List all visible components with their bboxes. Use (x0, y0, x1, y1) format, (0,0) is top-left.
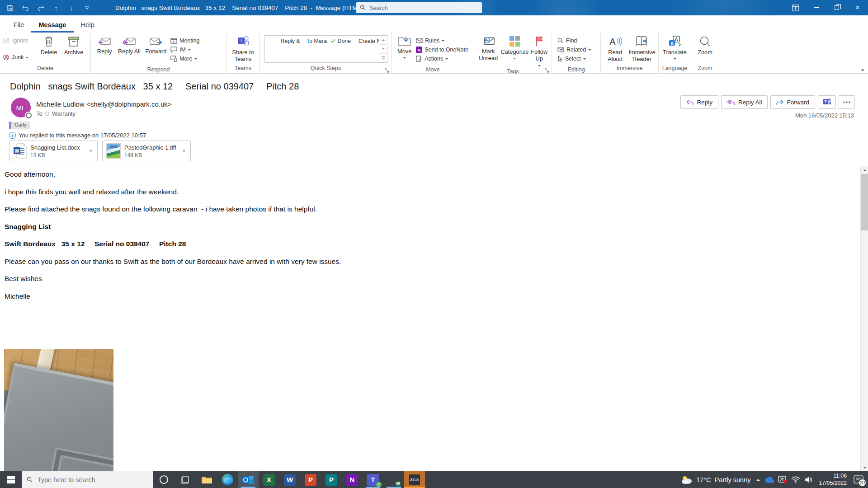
screen-cast-icon[interactable] (778, 476, 787, 483)
quickstep-create-new[interactable]: Create New (354, 37, 379, 45)
taskbar-outlook[interactable] (238, 471, 259, 488)
meeting-button[interactable]: Meeting (170, 36, 218, 45)
tab-file[interactable]: File (6, 18, 31, 33)
quickstep-engineers[interactable]: Engineers Sche... (266, 37, 269, 45)
junk-button[interactable]: Junk (3, 53, 36, 62)
volume-icon[interactable] (804, 476, 813, 483)
taskbar-search[interactable] (22, 471, 153, 488)
ribbon-display-options-button[interactable] (785, 0, 806, 15)
taskbar-file-explorer[interactable] (196, 471, 217, 488)
taskbar-edge[interactable] (217, 471, 238, 488)
taskbar-word[interactable]: W (279, 471, 300, 488)
taskbar-clock[interactable]: 11:06 17/05/2022 (817, 473, 849, 487)
quicksteps-scroll-down[interactable] (380, 44, 387, 53)
cortana-button[interactable] (153, 471, 175, 488)
header-teams-button[interactable]: T (818, 95, 836, 109)
header-reply-button[interactable]: Reply (680, 95, 718, 109)
close-button[interactable]: × (847, 0, 868, 15)
minimize-button[interactable] (806, 0, 826, 15)
taskbar-weather[interactable]: 17°C Partly sunny (681, 475, 752, 484)
chrome-profile-badge: W (395, 480, 401, 487)
mark-unread-button[interactable]: Mark Unread (476, 33, 500, 68)
forward-button[interactable]: Forward (142, 33, 170, 66)
tab-message[interactable]: Message (31, 18, 73, 33)
wifi-icon[interactable] (791, 476, 800, 483)
collapse-ribbon-button[interactable] (861, 67, 864, 70)
redo-icon[interactable] (37, 4, 44, 11)
onenote-icon: N (346, 474, 358, 486)
action-center-button[interactable]: 20 (853, 475, 864, 485)
titlebar-search[interactable] (356, 2, 482, 13)
send-to-onenote-button[interactable]: N Send to OneNote (416, 45, 471, 54)
attachment-dropdown[interactable] (179, 149, 189, 153)
category-tag[interactable]: Carly (9, 122, 30, 129)
vertical-scrollbar[interactable] (860, 166, 868, 471)
select-button[interactable]: Select (557, 54, 596, 63)
attachment-tiff[interactable]: PastedGraphic-1.tiff 149 KB (102, 141, 191, 161)
search-input[interactable] (369, 5, 478, 11)
attachment-docx[interactable]: W Snagging List.docx 13 KB (9, 141, 98, 161)
taskbar-onenote[interactable]: N (342, 471, 363, 488)
more-respond-button[interactable]: More (170, 54, 218, 63)
reply-button[interactable]: Reply (93, 33, 116, 66)
quicksteps-scroll-up[interactable] (380, 36, 387, 44)
publisher-icon: P (326, 474, 337, 486)
tab-help[interactable]: Help (74, 18, 102, 33)
scroll-down-button[interactable] (861, 464, 868, 471)
quickstep-reply-delete[interactable]: Reply & Delete (277, 37, 301, 45)
task-view-button[interactable] (175, 471, 196, 488)
reply-arrow-icon (686, 99, 693, 105)
quickstep-team-email[interactable]: Team Email (271, 37, 275, 45)
taskbar-chrome[interactable]: W (383, 471, 404, 488)
group-label-delete: Delete (2, 65, 89, 73)
taskbar-publisher[interactable]: P (321, 471, 342, 488)
scroll-up-button[interactable] (861, 166, 868, 174)
attachment-dropdown[interactable] (86, 149, 95, 153)
restore-button[interactable] (826, 0, 847, 15)
archive-button[interactable]: Archive (61, 33, 87, 65)
onedrive-icon[interactable] (764, 477, 774, 483)
undo-icon[interactable] (22, 4, 29, 11)
start-button[interactable] (0, 471, 22, 488)
immersive-reader-button[interactable]: Immersive Reader (627, 33, 656, 65)
delete-button[interactable]: Delete (37, 33, 61, 65)
actions-button[interactable]: Actions (416, 54, 471, 63)
recipient-name[interactable]: Warranty (52, 110, 75, 117)
zoom-button[interactable]: Zoom (694, 33, 717, 65)
taskbar-teams[interactable]: T ✓ (363, 471, 383, 488)
tags-dialog-launcher[interactable] (545, 66, 550, 72)
taskbar-powerpoint[interactable]: P (300, 471, 321, 488)
rules-button[interactable]: Rules (416, 36, 471, 45)
customize-quick-access-icon[interactable] (83, 4, 90, 11)
categorize-button[interactable]: Categorize (500, 33, 528, 68)
taskbar-excel[interactable]: X (259, 471, 279, 488)
share-to-teams-button[interactable]: T Share to Teams (229, 33, 257, 65)
quickstep-done[interactable]: Done (329, 37, 353, 45)
header-reply-all-button[interactable]: Reply All (721, 95, 768, 109)
sender-avatar[interactable]: ML (11, 98, 31, 117)
scrollbar-thumb[interactable] (861, 174, 868, 230)
reply-all-button[interactable]: Reply All (116, 33, 142, 66)
taskbar-search-input[interactable] (38, 476, 148, 483)
taskbar-3cx[interactable]: 3CX (404, 471, 425, 488)
move-button[interactable]: Move (394, 33, 415, 66)
body-paragraph: Please can you pass on our thanks to Swi… (0, 258, 860, 265)
previous-item-icon[interactable]: ↑ (52, 4, 60, 11)
save-icon[interactable] (6, 4, 14, 11)
read-aloud-button[interactable]: A Read Aloud (603, 33, 627, 65)
quick-steps-dialog-launcher[interactable] (385, 66, 390, 72)
show-hidden-icons-button[interactable] (756, 477, 760, 482)
quicksteps-more-button[interactable] (380, 53, 387, 62)
follow-up-button[interactable]: Follow Up (528, 33, 550, 68)
group-label-zoom: Zoom (693, 65, 717, 73)
sender-name[interactable]: Michelle Ludlow <shelly@dolphinpark.co.u… (36, 100, 172, 108)
quickstep-to-manager[interactable]: To Manager (302, 37, 327, 45)
ignore-button[interactable]: Ignore (3, 36, 36, 45)
header-forward-button[interactable]: Forward (770, 95, 815, 109)
im-button[interactable]: IM (170, 45, 218, 54)
header-more-actions-button[interactable] (839, 95, 855, 109)
next-item-icon[interactable]: ↓ (68, 4, 75, 11)
translate-button[interactable]: Aa Translate (661, 33, 689, 65)
related-button[interactable]: Related (557, 45, 596, 54)
find-button[interactable]: Find (557, 36, 596, 45)
